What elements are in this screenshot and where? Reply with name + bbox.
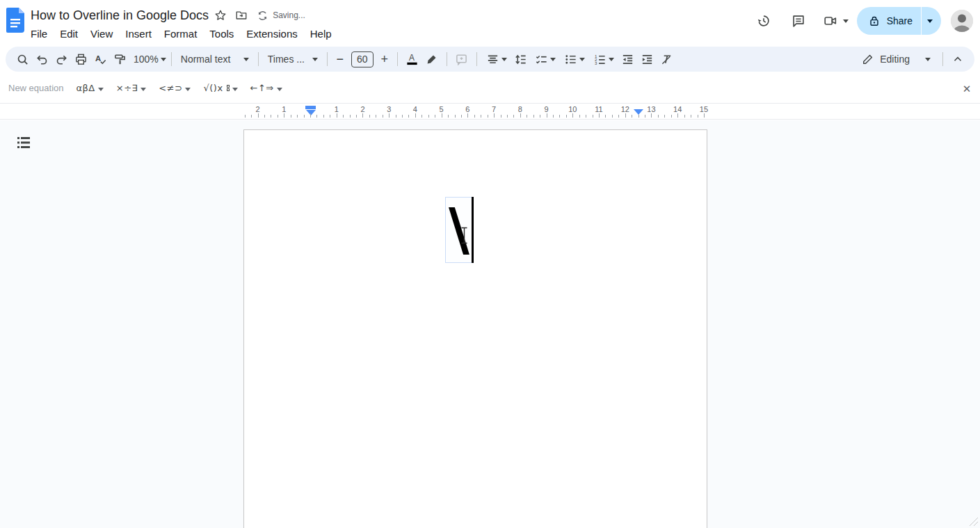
add-comment-button[interactable] bbox=[452, 50, 472, 68]
google-docs-logo[interactable] bbox=[6, 8, 24, 33]
menu-edit[interactable]: Edit bbox=[54, 26, 84, 41]
ruler-tick bbox=[264, 115, 265, 118]
ruler-tick bbox=[428, 115, 429, 118]
first-line-indent-bar[interactable] bbox=[305, 106, 316, 109]
font-size-input[interactable] bbox=[351, 51, 373, 67]
bulleted-list-select[interactable] bbox=[560, 50, 589, 68]
highlight-color-button[interactable] bbox=[422, 50, 442, 68]
ruler-tick bbox=[671, 115, 672, 118]
decrease-font-size-button[interactable]: − bbox=[332, 50, 348, 68]
ruler-tick bbox=[323, 115, 324, 118]
search-menus-button[interactable] bbox=[13, 50, 32, 68]
account-avatar[interactable] bbox=[951, 10, 973, 32]
math-operations-glyphs: √()x bbox=[203, 83, 223, 93]
toolbar-divider bbox=[476, 52, 477, 66]
ruler-tick bbox=[376, 115, 376, 118]
zoom-caret-icon bbox=[161, 58, 166, 61]
align-select[interactable] bbox=[482, 50, 511, 68]
menu-view[interactable]: View bbox=[84, 26, 119, 41]
menu-format[interactable]: Format bbox=[158, 26, 204, 41]
equation-relations-select[interactable]: <≠⊃ bbox=[159, 83, 191, 93]
ruler-tick bbox=[612, 115, 613, 118]
numbered-list-select[interactable]: 123 bbox=[589, 50, 618, 68]
ruler-number: 5 bbox=[440, 105, 444, 113]
document-title[interactable]: How to Overline in Google Docs bbox=[31, 8, 209, 23]
show-document-outline-button[interactable] bbox=[14, 133, 33, 152]
close-equation-toolbar-icon[interactable]: ✕ bbox=[959, 81, 974, 97]
highlighter-icon bbox=[425, 53, 438, 66]
arrows-glyphs: ←↑⇒ bbox=[250, 83, 274, 93]
equation-math-operations-select[interactable]: √()x bbox=[203, 83, 237, 93]
comments-icon[interactable] bbox=[783, 6, 814, 36]
ruler-tick bbox=[362, 113, 363, 118]
ruler-tick bbox=[258, 113, 259, 118]
ruler-tick bbox=[330, 115, 330, 118]
share-caret-button[interactable] bbox=[922, 7, 941, 35]
ruler[interactable]: 21123456789101112131415 bbox=[0, 104, 980, 120]
menu-bar: File Edit View Insert Format Tools Exten… bbox=[24, 26, 338, 41]
saving-status: Saving... bbox=[273, 10, 305, 20]
video-camera-icon[interactable] bbox=[818, 6, 843, 36]
menu-insert[interactable]: Insert bbox=[119, 26, 158, 41]
print-icon bbox=[74, 53, 88, 66]
supsub-boxes-icon bbox=[227, 85, 230, 91]
ruler-tick bbox=[278, 115, 278, 118]
paragraph-styles-select[interactable]: Normal text bbox=[177, 50, 253, 68]
toolbar-divider bbox=[397, 52, 398, 66]
ruler-tick bbox=[507, 115, 508, 118]
share-button[interactable]: Share bbox=[857, 7, 941, 35]
toolbar: A 100% Normal text Times ... − + A bbox=[6, 47, 974, 72]
decrease-indent-button[interactable] bbox=[618, 50, 638, 68]
ruler-number: 14 bbox=[673, 105, 682, 113]
menu-tools[interactable]: Tools bbox=[203, 26, 240, 41]
zoom-value: 100% bbox=[134, 54, 159, 65]
menu-help[interactable]: Help bbox=[304, 26, 338, 41]
redo-button[interactable] bbox=[51, 50, 71, 68]
resize-corner-icon bbox=[969, 517, 979, 527]
bulleted-list-caret-icon bbox=[579, 58, 585, 61]
increase-indent-button[interactable] bbox=[638, 50, 657, 68]
ruler-number: 2 bbox=[360, 105, 364, 113]
minus-icon: − bbox=[337, 53, 344, 65]
checklist-select[interactable] bbox=[531, 50, 560, 68]
font-select[interactable]: Times ... bbox=[264, 50, 322, 68]
version-history-icon[interactable] bbox=[748, 6, 779, 36]
ruler-tick bbox=[415, 113, 416, 118]
equation-greek-letters-select[interactable]: αβΔ bbox=[77, 83, 104, 93]
checklist-caret-icon bbox=[550, 58, 556, 61]
move-folder-icon[interactable] bbox=[232, 6, 250, 24]
text-color-button[interactable]: A bbox=[403, 50, 422, 68]
ruler-number: 3 bbox=[387, 105, 391, 113]
toolbar-divider bbox=[171, 52, 172, 66]
meet-caret-icon[interactable] bbox=[843, 19, 849, 23]
undo-icon bbox=[35, 53, 49, 66]
equation-toolbar: New equation αβΔ ×÷∃ <≠⊃ √()x ←↑⇒ ✕ bbox=[0, 73, 980, 104]
share-button-label: Share bbox=[887, 15, 913, 26]
editing-mode-select[interactable]: Editing bbox=[855, 49, 938, 69]
line-spacing-button[interactable] bbox=[511, 50, 531, 68]
menu-extensions[interactable]: Extensions bbox=[240, 26, 303, 41]
hide-menus-button[interactable] bbox=[948, 50, 967, 68]
text-color-icon: A bbox=[405, 53, 419, 66]
increase-font-size-button[interactable]: + bbox=[377, 50, 392, 68]
ruler-tick bbox=[684, 115, 685, 118]
meet-video-call-button[interactable] bbox=[818, 6, 849, 36]
share-button-main[interactable]: Share bbox=[857, 7, 921, 35]
spelling-check-button[interactable]: A bbox=[90, 50, 110, 68]
ruler-tick bbox=[494, 113, 495, 118]
increase-indent-icon bbox=[641, 53, 654, 66]
document-page[interactable] bbox=[243, 129, 707, 528]
equation-misc-operations-select[interactable]: ×÷∃ bbox=[116, 83, 147, 93]
equation-arrows-select[interactable]: ←↑⇒ bbox=[250, 83, 282, 93]
star-icon[interactable] bbox=[211, 6, 230, 24]
zoom-select[interactable]: 100% bbox=[134, 50, 166, 68]
right-indent-marker[interactable] bbox=[634, 109, 643, 115]
paint-format-button[interactable] bbox=[110, 50, 129, 68]
ruler-number: 12 bbox=[621, 105, 629, 113]
print-button[interactable] bbox=[71, 50, 90, 68]
undo-button[interactable] bbox=[32, 50, 51, 68]
mode-label: Editing bbox=[880, 54, 910, 65]
menu-file[interactable]: File bbox=[24, 26, 54, 41]
new-equation-button[interactable]: New equation bbox=[8, 83, 64, 93]
clear-formatting-button[interactable] bbox=[657, 50, 677, 68]
